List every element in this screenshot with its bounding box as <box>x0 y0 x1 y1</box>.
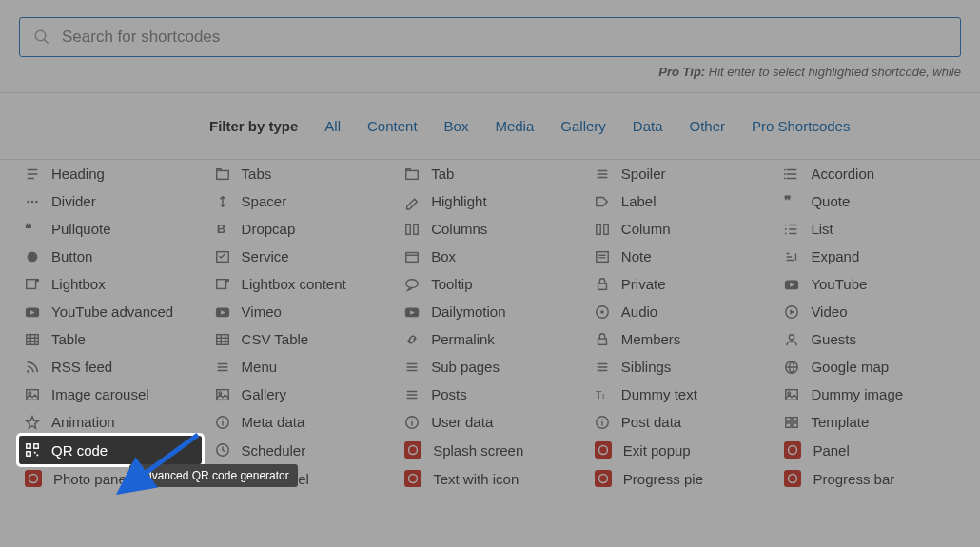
filter-gallery[interactable]: Gallery <box>560 118 606 134</box>
filter-all[interactable]: All <box>324 118 341 134</box>
shortcode-table[interactable]: Table <box>19 325 202 353</box>
search-icon <box>33 29 50 46</box>
shortcode-post-data[interactable]: Post data <box>589 408 772 436</box>
shortcode-user-data[interactable]: User data <box>399 408 581 436</box>
dropcap-icon: B <box>215 222 230 237</box>
shortcode-tooltip[interactable]: Tooltip <box>399 270 581 298</box>
shortcode-label: Template <box>811 414 869 430</box>
svg-point-38 <box>27 370 29 373</box>
shortcode-grid: HeadingTabsTabSpoilerAccordionDividerSpa… <box>0 160 980 493</box>
shortcode-columns[interactable]: Columns <box>399 215 581 243</box>
shortcode-button[interactable]: Button <box>19 243 202 270</box>
shortcode-text-with-icon[interactable]: Text with icon <box>399 464 581 493</box>
shortcode-label: Dropcap <box>242 221 296 237</box>
filter-data[interactable]: Data <box>633 118 663 134</box>
filter-media[interactable]: Media <box>495 118 534 134</box>
shortcode-guests[interactable]: Guests <box>778 325 961 353</box>
shortcode-divider[interactable]: Divider <box>19 187 202 215</box>
shortcode-spacer[interactable]: Spacer <box>209 187 392 215</box>
shortcode-template[interactable]: Template <box>778 408 961 436</box>
pro-icon <box>595 470 612 487</box>
menu-icon <box>595 360 610 375</box>
svg-text:I: I <box>602 391 604 400</box>
shortcode-sub-pages[interactable]: Sub pages <box>399 353 581 381</box>
search-input[interactable] <box>62 28 947 47</box>
shortcode-accordion[interactable]: Accordion <box>778 160 961 187</box>
shortcode-dummy-image[interactable]: Dummy image <box>778 381 961 408</box>
shortcode-expand[interactable]: Expand <box>778 243 961 270</box>
shortcode-label[interactable]: Label <box>589 187 772 215</box>
shortcode-label: Tab <box>431 166 454 182</box>
shortcode-service[interactable]: Service <box>209 243 392 270</box>
shortcode-label: Expand <box>811 248 859 264</box>
shortcode-progress-bar[interactable]: Progress bar <box>778 464 961 493</box>
shortcode-siblings[interactable]: Siblings <box>589 353 772 381</box>
shortcode-quote[interactable]: ❞Quote <box>778 187 961 215</box>
video-icon <box>784 304 799 320</box>
shortcode-vimeo[interactable]: Vimeo <box>209 298 392 325</box>
shortcode-private[interactable]: Private <box>589 270 772 298</box>
search-box[interactable] <box>19 17 961 57</box>
shortcode-google-map[interactable]: Google map <box>778 353 961 381</box>
shortcode-members[interactable]: Members <box>589 325 772 353</box>
shortcode-dropcap[interactable]: BDropcap <box>209 215 392 243</box>
filter-box[interactable]: Box <box>444 118 469 134</box>
shortcode-dailymotion[interactable]: Dailymotion <box>399 298 581 325</box>
shortcode-youtube-advanced[interactable]: YouTube advanced <box>19 298 202 325</box>
shortcode-youtube[interactable]: YouTube <box>778 270 961 298</box>
lightbox-icon <box>215 277 230 292</box>
shortcode-panel[interactable]: Panel <box>778 436 961 464</box>
shortcode-list[interactable]: List <box>778 215 961 243</box>
shortcode-note[interactable]: Note <box>589 243 772 270</box>
shortcode-label: Members <box>621 331 681 347</box>
shortcode-label: Note <box>621 248 652 264</box>
quote-icon: ❞ <box>784 194 799 209</box>
shortcode-progress-pie[interactable]: Progress pie <box>589 464 772 493</box>
shortcode-splash-screen[interactable]: Splash screen <box>399 436 581 464</box>
shortcode-tabs[interactable]: Tabs <box>209 160 392 187</box>
filter-content[interactable]: Content <box>367 118 418 134</box>
shortcode-rss-feed[interactable]: RSS feed <box>19 353 202 381</box>
shortcode-animation[interactable]: Animation <box>19 408 202 436</box>
shortcode-highlight[interactable]: Highlight <box>399 187 581 215</box>
shortcode-video[interactable]: Video <box>778 298 961 325</box>
info-icon <box>595 415 610 430</box>
filter-pro-shortcodes[interactable]: Pro Shortcodes <box>752 118 850 134</box>
column-icon <box>595 222 610 237</box>
shortcode-label: Dummy image <box>811 386 903 402</box>
shortcode-audio[interactable]: Audio <box>589 298 772 325</box>
svg-point-64 <box>29 475 38 483</box>
shortcode-pullquote[interactable]: ❝Pullquote <box>19 215 202 243</box>
shortcode-spoiler[interactable]: Spoiler <box>589 160 772 187</box>
shortcode-exit-popup[interactable]: Exit popup <box>589 436 772 464</box>
menu-icon <box>404 387 420 402</box>
tooltip-icon <box>404 277 420 292</box>
dailymotion-icon <box>404 304 420 320</box>
service-icon <box>215 249 230 264</box>
svg-rect-16 <box>604 224 608 234</box>
shortcode-permalink[interactable]: Permalink <box>399 325 581 353</box>
shortcode-lightbox[interactable]: Lightbox <box>19 270 202 298</box>
svg-text:T: T <box>596 388 602 400</box>
shortcode-csv-table[interactable]: CSV Table <box>209 325 392 353</box>
shortcode-qr-code[interactable]: QR codeAdvanced QR code generator <box>19 436 202 464</box>
svg-rect-13 <box>406 224 410 234</box>
shortcode-posts[interactable]: Posts <box>399 381 581 408</box>
shortcode-dummy-text[interactable]: TIDummy text <box>589 381 772 408</box>
svg-text:B: B <box>216 222 225 236</box>
image-icon <box>784 387 799 402</box>
tabs-icon <box>215 166 230 182</box>
shortcode-label: Audio <box>621 303 657 320</box>
map-icon <box>784 360 799 375</box>
shortcode-scheduler[interactable]: Scheduler <box>209 436 392 464</box>
shortcode-menu[interactable]: Menu <box>209 353 392 381</box>
shortcode-gallery[interactable]: Gallery <box>209 381 392 408</box>
shortcode-lightbox-content[interactable]: Lightbox content <box>209 270 392 298</box>
shortcode-heading[interactable]: Heading <box>19 160 202 187</box>
shortcode-image-carousel[interactable]: Image carousel <box>19 381 202 408</box>
shortcode-box[interactable]: Box <box>399 243 581 270</box>
shortcode-column[interactable]: Column <box>589 215 772 243</box>
shortcode-tab[interactable]: Tab <box>399 160 581 187</box>
shortcode-meta-data[interactable]: Meta data <box>209 408 392 436</box>
filter-other[interactable]: Other <box>690 118 726 134</box>
